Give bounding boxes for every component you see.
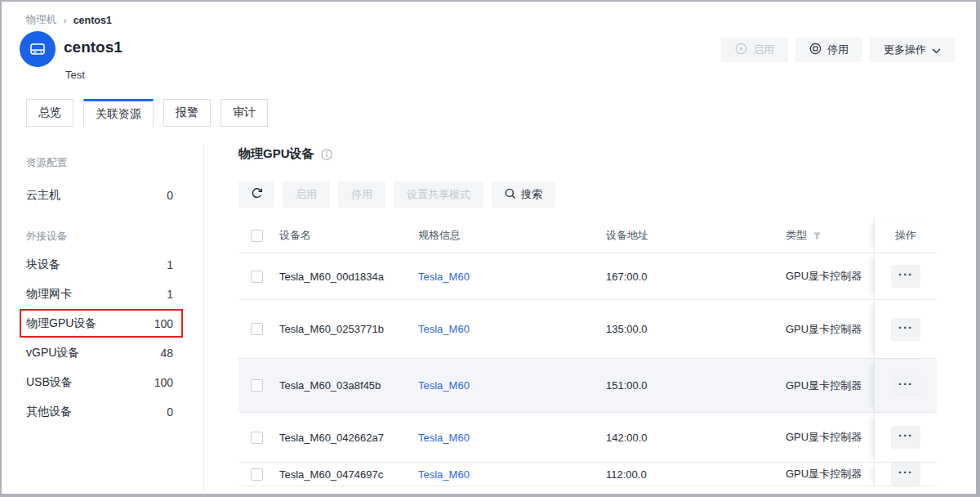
refresh-icon bbox=[251, 187, 263, 202]
disable-host-label: 停用 bbox=[827, 43, 849, 57]
tab[interactable]: 审计 bbox=[220, 99, 268, 127]
filter-icon[interactable] bbox=[813, 231, 822, 240]
sidebar-item-label: 物理GPU设备 bbox=[26, 316, 96, 331]
section-title: 物理GPU设备 bbox=[238, 146, 332, 162]
row-checkbox[interactable] bbox=[251, 271, 263, 283]
table-row[interactable]: Tesla_M60_0474697c Tesla_M60 112:00.0 GP… bbox=[238, 463, 937, 486]
row-action-cell: ··· bbox=[874, 300, 937, 358]
play-circle-icon bbox=[735, 43, 747, 57]
tab[interactable]: 总览 bbox=[26, 99, 74, 127]
device-type: GPU显卡控制器 bbox=[786, 413, 874, 462]
device-spec-link[interactable]: Tesla_M60 bbox=[418, 468, 470, 481]
sidebar-section-title: 资源配置 bbox=[26, 155, 203, 170]
row-actions-button[interactable]: ··· bbox=[891, 374, 920, 397]
device-type: GPU显卡控制器 bbox=[786, 253, 874, 299]
sidebar-item-label: 云主机 bbox=[26, 188, 60, 203]
more-actions-label: 更多操作 bbox=[884, 43, 926, 57]
section-title-text: 物理GPU设备 bbox=[238, 146, 314, 162]
host-detail-page: 物理机 › centos1 centos1 Test 启用 停用 更多操作 bbox=[0, 0, 980, 497]
refresh-button[interactable] bbox=[238, 181, 274, 208]
enable-host-button[interactable]: 启用 bbox=[721, 38, 788, 62]
breadcrumb-current: centos1 bbox=[74, 15, 112, 26]
column-header-spec: 规格信息 bbox=[418, 218, 606, 253]
sidebar-item-label: 物理网卡 bbox=[26, 287, 72, 302]
disable-device-button[interactable]: 停用 bbox=[338, 181, 385, 208]
row-actions-button[interactable]: ··· bbox=[891, 463, 920, 486]
table-row[interactable]: Tesla_M60_0253771b Tesla_M60 135:00.0 GP… bbox=[238, 300, 937, 359]
device-address: 142:00.0 bbox=[606, 413, 786, 462]
breadcrumb-parent[interactable]: 物理机 bbox=[26, 13, 57, 27]
row-checkbox-cell bbox=[238, 463, 279, 486]
device-address: 151:00.0 bbox=[606, 359, 786, 412]
device-spec-link[interactable]: Tesla_M60 bbox=[418, 271, 470, 283]
device-name: Tesla_M60_00d1834a bbox=[279, 253, 418, 299]
device-type: GPU显卡控制器 bbox=[786, 359, 874, 412]
gpu-device-table: 设备名 规格信息 设备地址 类型 操作 Tesla_M60_00d1834a T… bbox=[238, 218, 937, 486]
table-row[interactable]: Tesla_M60_03a8f45b Tesla_M60 151:00.0 GP… bbox=[238, 359, 937, 413]
select-all-checkbox[interactable] bbox=[251, 230, 263, 242]
sidebar-item[interactable]: 其他设备 0 bbox=[26, 397, 173, 427]
sidebar: 资源配置 云主机 0 外接设备 块设备 1 bbox=[2, 127, 203, 427]
set-share-mode-button[interactable]: 设置共享模式 bbox=[394, 181, 483, 208]
sidebar-section-title: 外接设备 bbox=[26, 229, 203, 244]
sidebar-item-count: 0 bbox=[167, 189, 173, 202]
row-checkbox[interactable] bbox=[251, 432, 263, 444]
search-label: 搜索 bbox=[521, 187, 542, 202]
header-actions: 启用 停用 更多操作 bbox=[721, 38, 955, 62]
disable-host-button[interactable]: 停用 bbox=[795, 38, 862, 62]
more-actions-button[interactable]: 更多操作 bbox=[870, 38, 955, 62]
sidebar-item-count: 1 bbox=[167, 288, 173, 301]
tab[interactable]: 报警 bbox=[163, 99, 211, 127]
column-header-type: 类型 bbox=[786, 218, 874, 253]
tab-label: 关联资源 bbox=[96, 107, 141, 122]
row-checkbox-cell bbox=[238, 300, 279, 358]
row-checkbox[interactable] bbox=[251, 379, 263, 392]
row-checkbox[interactable] bbox=[251, 468, 263, 481]
device-spec-link[interactable]: Tesla_M60 bbox=[418, 323, 470, 335]
table-body: Tesla_M60_00d1834a Tesla_M60 167:00.0 GP… bbox=[238, 253, 937, 486]
table-header-row: 设备名 规格信息 设备地址 类型 操作 bbox=[238, 218, 937, 253]
column-header-address: 设备地址 bbox=[606, 218, 786, 253]
breadcrumb: 物理机 › centos1 bbox=[26, 13, 112, 27]
sidebar-item[interactable]: 云主机 0 bbox=[26, 181, 173, 210]
host-description: Test bbox=[65, 69, 85, 81]
device-type: GPU显卡控制器 bbox=[786, 463, 874, 486]
row-checkbox-cell bbox=[238, 413, 279, 462]
sidebar-item[interactable]: 物理网卡 1 bbox=[26, 280, 173, 309]
table-row[interactable]: Tesla_M60_042662a7 Tesla_M60 142:00.0 GP… bbox=[238, 413, 937, 463]
device-name: Tesla_M60_0474697c bbox=[279, 463, 418, 486]
row-action-cell: ··· bbox=[874, 463, 937, 486]
row-action-cell: ··· bbox=[874, 413, 937, 462]
device-spec-link[interactable]: Tesla_M60 bbox=[418, 379, 470, 392]
row-actions-button[interactable]: ··· bbox=[891, 426, 920, 449]
sidebar-item-count: 100 bbox=[154, 376, 173, 389]
table-row[interactable]: Tesla_M60_00d1834a Tesla_M60 167:00.0 GP… bbox=[238, 253, 937, 300]
row-actions-button[interactable]: ··· bbox=[891, 318, 920, 341]
sidebar-item[interactable]: vGPU设备 48 bbox=[26, 338, 173, 368]
device-address: 167:00.0 bbox=[606, 253, 786, 299]
row-checkbox-cell bbox=[238, 253, 279, 299]
row-actions-button[interactable]: ··· bbox=[891, 265, 920, 288]
sidebar-item-label: 其他设备 bbox=[26, 405, 72, 419]
sidebar-item-label: vGPU设备 bbox=[26, 346, 79, 360]
sidebar-section-external-devices: 外接设备 块设备 1 物理网卡 1 物理GPU设备 100 bbox=[2, 229, 203, 427]
sidebar-item[interactable]: 块设备 1 bbox=[26, 250, 173, 280]
enable-host-label: 启用 bbox=[753, 43, 774, 57]
sidebar-item[interactable]: USB设备 100 bbox=[26, 368, 173, 397]
row-checkbox-cell bbox=[238, 359, 279, 412]
enable-device-button[interactable]: 启用 bbox=[283, 181, 330, 208]
row-checkbox[interactable] bbox=[251, 323, 263, 335]
device-spec-link[interactable]: Tesla_M60 bbox=[418, 432, 470, 444]
search-button[interactable]: 搜索 bbox=[492, 181, 555, 208]
column-header-actions: 操作 bbox=[874, 218, 937, 253]
sidebar-item-label: USB设备 bbox=[26, 375, 73, 390]
breadcrumb-separator: › bbox=[64, 15, 67, 26]
sidebar-section-resource-config: 资源配置 云主机 0 bbox=[2, 155, 203, 210]
tab[interactable]: 关联资源 bbox=[83, 99, 154, 127]
chevron-down-icon bbox=[932, 44, 941, 56]
table-toolbar: 启用 停用 设置共享模式 搜索 bbox=[238, 181, 555, 208]
device-name: Tesla_M60_03a8f45b bbox=[279, 359, 418, 412]
sidebar-item-count: 100 bbox=[154, 317, 173, 330]
info-circle-icon[interactable] bbox=[321, 149, 332, 160]
sidebar-item[interactable]: 物理GPU设备 100 bbox=[26, 309, 173, 338]
